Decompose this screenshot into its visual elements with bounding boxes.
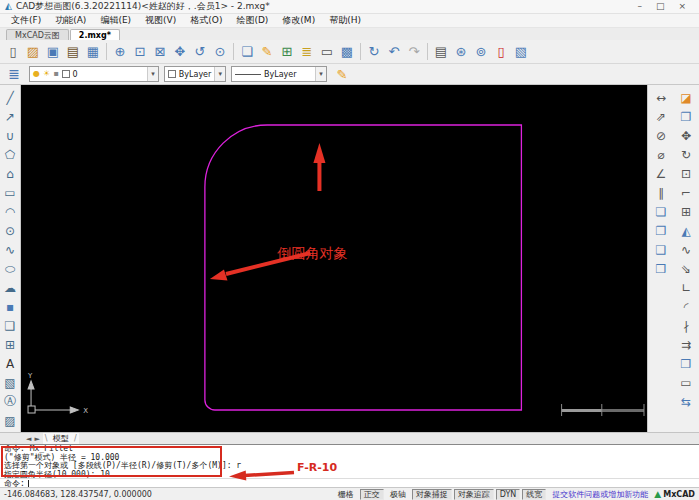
maximize-button[interactable]: □ [656, 2, 665, 11]
dim-linear-icon[interactable]: ↔ [652, 88, 671, 107]
pan-icon[interactable]: ✥ [170, 42, 190, 62]
zoom-extents-icon[interactable]: ⊠ [150, 42, 170, 62]
web-open-icon[interactable]: ⊚ [471, 42, 491, 62]
erase-icon[interactable]: ◪ [677, 88, 696, 107]
revision-cloud-icon[interactable]: ☁ [1, 278, 20, 297]
zoom-dynamic-icon[interactable]: ⊕ [110, 42, 130, 62]
move-icon[interactable]: ✥ [677, 126, 696, 145]
block-insert-icon[interactable]: ⊞ [1, 335, 20, 354]
menu-item-1[interactable]: 文件(F) [4, 13, 48, 28]
wipeout-icon[interactable]: ⌂ [1, 164, 20, 183]
feedback-link[interactable]: 提交软件问题或增加新功能 [552, 489, 648, 500]
copy-clip-icon[interactable]: ❏ [652, 202, 671, 221]
status-toggle-7[interactable]: 线宽 [522, 489, 546, 500]
fillet-icon[interactable]: ◜ [677, 297, 696, 316]
pdf-export-icon[interactable]: ▯ [491, 42, 511, 62]
display-settings-icon[interactable]: ▩ [337, 42, 357, 62]
break-icon[interactable]: ∤ [677, 316, 696, 335]
mirror-icon[interactable]: ◭ [677, 221, 696, 240]
polygon-icon[interactable]: ⬠ [1, 145, 20, 164]
save-as-icon[interactable]: ▦ [83, 42, 103, 62]
zoom-previous-icon[interactable]: ↺ [190, 42, 210, 62]
status-toggle-3[interactable]: 极轴 [386, 489, 410, 500]
menu-item-5[interactable]: 格式(O) [183, 13, 229, 28]
extend-icon[interactable]: ⇉ [677, 335, 696, 354]
dim-angular-icon[interactable]: ∠ [652, 164, 671, 183]
image-attach-icon[interactable]: ▧ [1, 373, 20, 392]
paste-icon[interactable]: ❑ [652, 240, 671, 259]
model-tab[interactable]: 模型 [43, 433, 79, 444]
table-icon[interactable]: ⊞ [277, 42, 297, 62]
dim-diameter-icon[interactable]: ⌀ [652, 145, 671, 164]
status-toggle-4[interactable]: 对象捕捉 [412, 489, 452, 500]
chamfer-icon[interactable]: ∟ [677, 278, 696, 297]
tab-mxcad-cloud[interactable]: MxCAD云图 [6, 29, 69, 40]
refresh-icon[interactable]: ↻ [364, 42, 384, 62]
zoom-window-icon[interactable]: ⊡ [130, 42, 150, 62]
image-export-icon[interactable]: ▧ [511, 42, 531, 62]
polyline-edit-icon[interactable]: ⌐ [677, 183, 696, 202]
layer-manager-icon[interactable]: ≣ [4, 64, 24, 84]
point-icon[interactable]: ▪ [1, 297, 20, 316]
scale-icon[interactable]: ⊡ [677, 164, 696, 183]
tab-scroll-right-icon[interactable]: ► [34, 435, 39, 443]
minimize-button[interactable]: – [637, 2, 642, 11]
line-icon[interactable]: ╱ [1, 88, 20, 107]
drawing-canvas[interactable]: 倒圆角对象 Y X [21, 85, 647, 432]
copy-with-base-icon[interactable]: ❐ [652, 221, 671, 240]
menu-item-8[interactable]: 帮助(H) [322, 13, 368, 28]
xline-icon[interactable]: ↗ [1, 107, 20, 126]
ellipse-icon[interactable]: ⬭ [1, 259, 20, 278]
new-file-icon[interactable]: ▯ [3, 42, 23, 62]
circle-icon[interactable]: ⊙ [1, 221, 20, 240]
rotate-icon[interactable]: ↻ [677, 145, 696, 164]
color-select[interactable]: ByLayer ▾ [164, 66, 226, 82]
region-icon[interactable]: ▭ [677, 373, 696, 392]
mtext-icon[interactable]: ≣ [297, 42, 317, 62]
spline-icon[interactable]: ∿ [1, 240, 20, 259]
menu-item-7[interactable]: 修改(M) [275, 13, 322, 28]
open-drawing-icon[interactable]: ▨ [23, 42, 43, 62]
copy-icon[interactable]: ❐ [677, 107, 696, 126]
find-text-icon[interactable]: ❏ [237, 42, 257, 62]
layer-select[interactable]: ● ☀ ▪ 0 ▾ [29, 66, 159, 82]
status-toggle-2[interactable]: 正交 [360, 489, 384, 500]
tab-scroll-left-icon[interactable]: ◄ [26, 435, 31, 443]
status-toggle-5[interactable]: 对象追踪 [454, 489, 494, 500]
tab-drawing-2mxg[interactable]: 2.mxg* [70, 29, 120, 40]
stretch-icon[interactable]: ⇘ [677, 259, 696, 278]
save-icon[interactable]: ▣ [43, 42, 63, 62]
zoom-scale-icon[interactable]: ⊙ [210, 42, 230, 62]
linetype-select[interactable]: ByLayer ▾ [231, 66, 327, 82]
align-icon[interactable]: ⇆ [677, 392, 696, 411]
layout-page-icon[interactable]: ▭ [317, 42, 337, 62]
redo-icon[interactable]: ↷ [404, 42, 424, 62]
array-icon[interactable]: ⊞ [677, 202, 696, 221]
dim-aligned-icon[interactable]: ⇗ [652, 107, 671, 126]
menu-item-2[interactable]: 功能(A) [48, 13, 93, 28]
paste-as-block-icon[interactable]: ❒ [652, 259, 671, 278]
status-toggle-1[interactable]: 栅格 [334, 489, 358, 500]
menu-item-4[interactable]: 视图(V) [138, 13, 183, 28]
menu-item-6[interactable]: 绘图(D) [229, 13, 275, 28]
redline-pencil-icon[interactable]: ✎ [257, 42, 277, 62]
dim-continue-icon[interactable]: ∥ [652, 183, 671, 202]
properties-pencil-icon[interactable]: ✎ [332, 64, 352, 84]
text-style-icon[interactable]: Ⓐ [1, 392, 20, 411]
arc-icon[interactable]: ◠ [1, 202, 20, 221]
command-input-row[interactable]: 命令: [0, 478, 699, 487]
dim-radius-icon[interactable]: ⊘ [652, 126, 671, 145]
spline-edit-icon[interactable]: ∿ [677, 240, 696, 259]
open-folder-icon[interactable]: ▤ [63, 42, 83, 62]
menu-item-3[interactable]: 编辑(E) [93, 13, 138, 28]
polyline-icon[interactable]: ∪ [1, 126, 20, 145]
print-icon[interactable]: ▤ [431, 42, 451, 62]
status-toggle-6[interactable]: DYN [496, 489, 521, 500]
block-create-icon[interactable]: ❑ [1, 316, 20, 335]
hatch-icon[interactable]: ▨ [1, 411, 20, 430]
web-publish-icon[interactable]: ⊛ [451, 42, 471, 62]
undo-icon[interactable]: ↶ [384, 42, 404, 62]
command-line-panel[interactable]: 命令: Mx_Fillet ("修剪"模式) 半径 = 10.000 选择第一个… [0, 444, 699, 487]
close-button[interactable]: × [678, 2, 686, 11]
rectangle-icon[interactable]: ▭ [1, 183, 20, 202]
